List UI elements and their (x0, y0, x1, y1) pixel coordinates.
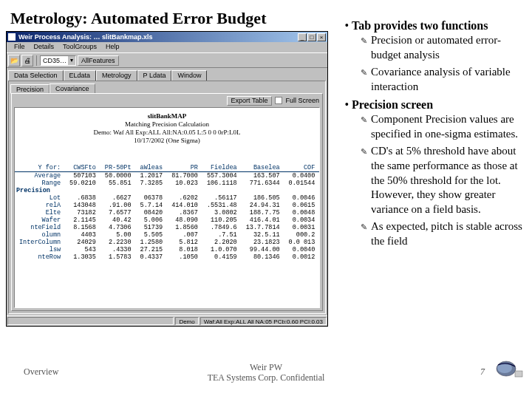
content-area: Precision Covariance Export Table Full S… (8, 81, 326, 314)
close-button[interactable]: × (317, 33, 326, 41)
bullet-2-1: Component Precision values are specified… (361, 112, 529, 142)
footer-page: 7 (480, 366, 485, 378)
print-icon[interactable]: 🖨 (21, 55, 33, 66)
control-row: Export Table Full Screen (12, 94, 322, 107)
slide-title: Metrology: Automated Error Budget (10, 9, 266, 28)
export-table-button[interactable]: Export Table (227, 96, 273, 106)
layer-combo[interactable]: CD35… (40, 55, 76, 66)
tab-eldata[interactable]: ELdata (64, 70, 97, 81)
window-title: Weir Process Analysis: … slitBankmap.xls (18, 33, 297, 41)
precision-table: Y for:CWSFtoPR-50PtaWleasPRFieldeaBasele… (15, 164, 320, 261)
tab-metrology[interactable]: Metrology (96, 70, 137, 81)
menu-toolgroups[interactable]: ToolGroups (58, 42, 101, 52)
bullet-1-2: Covariance analysis of variable interact… (361, 65, 529, 95)
report-params: Demo: Waf All Exp:ALL All:NA:0.05 L:5 0 … (15, 129, 319, 137)
inner-tabs: Precision Covariance (9, 81, 325, 93)
bullet-2-3: As expected, pitch is stable across the … (361, 219, 529, 249)
fullscreen-label: Full Screen (285, 97, 319, 104)
footer-center: Weir PW TEA Systems Corp. Confidential (0, 362, 532, 383)
inner-panel: Export Table Full Screen slitBankMAP Mat… (11, 93, 323, 311)
status-demo: Demo (175, 317, 198, 325)
maximize-button[interactable]: □ (307, 33, 316, 41)
report-subtitle: Matching Precision Calculation (15, 120, 319, 129)
statusbar: Demo Waf:All Exp:ALL All NA:05 PCb:0.60 … (7, 316, 327, 326)
minimize-button[interactable]: _ (298, 33, 307, 41)
bullet-1-1: Precision or automated error-budget anal… (361, 33, 529, 63)
tab-window[interactable]: Window (171, 70, 207, 81)
allfeatures-button[interactable]: AllFeatures (78, 55, 119, 66)
svg-rect-2 (515, 371, 522, 377)
menubar: File Details ToolGroups Help (7, 42, 327, 52)
tabbar-outer: Data Selection ELdata Metrology P Ldata … (7, 67, 327, 81)
status-left (7, 317, 174, 325)
logo-icon (494, 358, 525, 378)
report-title: slitBankMAP (15, 112, 319, 120)
app-window: Weir Process Analysis: … slitBankmap.xls… (6, 31, 328, 327)
toolbar: 📂 🖨 CD35… AllFeatures (7, 52, 327, 67)
bullet-2-2: CD's at 5% threshold have about the same… (361, 144, 529, 217)
fullscreen-checkbox[interactable] (275, 97, 282, 104)
bullet-1: Tab provides two functions Precision or … (352, 18, 529, 94)
report-header: slitBankMAP Matching Precision Calculati… (15, 108, 319, 146)
separator (36, 55, 37, 66)
titlebar: Weir Process Analysis: … slitBankmap.xls… (7, 32, 327, 42)
tab-data-selection[interactable]: Data Selection (8, 70, 64, 81)
bullet-2: Precision screen Component Precision val… (352, 97, 529, 248)
menu-help[interactable]: Help (101, 42, 124, 52)
tab-pldata[interactable]: P Ldata (137, 70, 172, 81)
bullet-panel: Tab provides two functions Precision or … (338, 18, 529, 252)
tab-covariance[interactable]: Covariance (50, 83, 95, 93)
report-panel: slitBankMAP Matching Precision Calculati… (14, 107, 320, 308)
menu-details[interactable]: Details (30, 42, 59, 52)
status-right: Waf:All Exp:ALL All NA:05 PCb:0.60 PCI:0… (200, 317, 327, 325)
footer: Overview Weir PW TEA Systems Corp. Confi… (0, 362, 532, 389)
menu-file[interactable]: File (10, 42, 30, 52)
app-icon (8, 33, 16, 41)
report-date: 10/17/2002 (One Sigma) (15, 137, 319, 145)
open-icon[interactable]: 📂 (8, 55, 20, 66)
